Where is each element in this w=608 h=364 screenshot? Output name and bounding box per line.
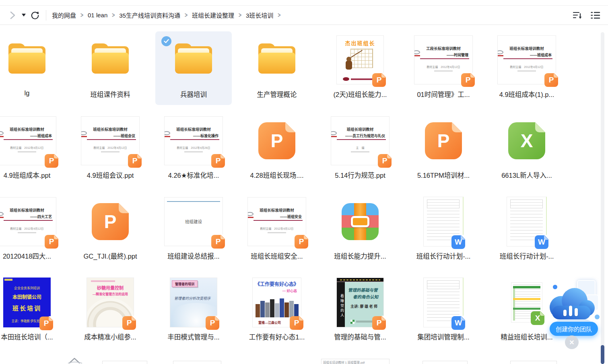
file-name-label: 01时间管理》工... [405,89,482,99]
file-tile[interactable]: X6613L新人导入... [488,112,565,186]
breadcrumb-item[interactable]: 3班长培训 [246,11,273,19]
breadcrumb-separator: > [278,11,280,19]
file-name-label: 兵器培训 [155,89,232,99]
file-thumbnail: W [423,197,464,247]
ppt-file-icon: P [92,203,129,240]
file-thumbnail: 班组长标准培训教材 ——班组安全 教材主编 2012年4月12日 P [247,197,306,246]
thumb-line: 班长培训 [3,304,51,312]
file-tile[interactable]: 《工作要有好心态》 — 好心态 富维—江森公司P工作要有好心态1... [239,274,315,348]
thumb-subtitle: ——班组成本 [498,52,556,58]
file-name-label: 成本精准小组参... [72,332,148,341]
file-thumbnail: 看睡觉的人 管理的基础与管 者的角色认知 主讲: 廖 雄 老 师 P [336,278,384,327]
file-tile[interactable]: 班组长标准培训教材 ——班组安全 教材主编 2012年4月12日 P班组长班组安… [239,193,315,267]
file-name-label: 工作要有好心态1... [239,332,315,341]
thumbnail-partial [102,361,147,364]
folder-tile[interactable]: 班组课件资料 [72,31,148,105]
folder-tile[interactable]: lg [0,31,65,105]
folder-tile[interactable]: 生产管理概论 [239,31,315,105]
file-tile[interactable]: 工段长标准培训教材 ——时间管理 教材主编 2012年4月12日 P01时间管理… [405,31,482,105]
file-name-label: 班组建设总结报... [155,251,232,261]
file-name-label: 班组长能力提升... [322,251,398,261]
file-name-label: 班组长行动计划-... [488,251,565,261]
file-thumbnail: 班组长培训教材 ——员工行为规范与礼仪 主 编 P [331,116,390,165]
thumb-subtitle: ——标准化操作 [165,133,223,138]
file-tile[interactable]: 管理者的培训 管理者的分析改变程序P丰田模式管理与... [155,274,232,348]
thumb-subtitle: ——班组会议 [81,133,139,138]
file-tile[interactable]: P4.28班组长现场.... [239,112,315,186]
file-tile[interactable]: 班组长标准培训教材 ——标准化操作 教材主编 2012年4月26日 P4.26★… [155,112,232,186]
file-tile[interactable]: W班组长行动计划-... [405,193,482,267]
file-thumbnail: 工段长标准培训教材 ——时间管理 教材主编 2012年4月12日 P [414,35,473,84]
promo-close-button[interactable]: ✕ [565,335,579,349]
file-thumbnail: 班组长标准培训教材 ——标准化操作 教材主编 2012年4月26日 P [164,116,223,165]
logo-emblem-partial [68,358,84,364]
file-thumbnail: 班组长标准培训教材 ——班组成本 教材主编 2012年4月12日 P [497,35,556,84]
window-top-strip [0,0,608,6]
file-tile[interactable]: 班组长培训教材 ——员工行为规范与礼仪 主 编 P5.14行为规范.ppt [322,112,398,186]
ppt-badge-icon: P [378,154,392,168]
rar-file-icon [342,203,379,240]
file-name-label: 4.28班组长现场.... [239,170,315,180]
create-team-button[interactable]: 创建你的团队 [550,322,598,336]
file-tile[interactable]: P5.16TPM培训材... [405,112,482,186]
file-tile[interactable]: W集团培训管理制... [405,274,482,348]
file-name-label: lg [0,89,65,97]
file-name-label: 4.9班组成本(1).p... [488,89,565,99]
file-name-label: 管理的基础与管... [322,332,398,341]
thumb-line: 企业业务系列培训 [3,286,51,290]
file-tile[interactable]: PGC_TJI.(最終).ppt [72,193,148,267]
file-tile[interactable]: 砂糖用量控制 —精准化管理方法的运用P成本精准小组参... [72,274,148,348]
file-tile[interactable]: 班组长标准培训教材 ——班组成本 教材主编 2012年4月12日 P4.9班组成… [0,112,65,186]
ppt-file-icon: P [258,122,295,159]
excel-badge-icon: X [531,311,544,325]
sort-button[interactable] [573,10,583,21]
file-name-label: 5.16TPM培训材... [405,170,482,180]
file-tile[interactable]: 看睡觉的人 管理的基础与管 者的角色认知 主讲: 廖 雄 老 师 P管理的基础与… [322,274,398,348]
breadcrumb-item[interactable]: 01 lean [88,12,107,19]
thumb-title: 班组长标准培训教材 [81,126,139,132]
file-tile[interactable]: 杰出班组长 P(2天)班组长能力... [322,31,398,105]
ppt-badge-icon: P [122,316,136,330]
file-thumbnail: 班组长标准培训教材 ——四大工艺 教材主编 2012年4月12日 P [0,197,56,246]
breadcrumb-item[interactable]: 我的网盘 [52,11,76,19]
file-tile[interactable]: 班组长标准培训教材 ——班组成本 教材主编 2012年4月12日 P4.9班组成… [488,31,565,105]
ppt-badge-icon: P [128,154,142,168]
history-dropdown-button[interactable] [20,10,27,21]
thumb-title: 杰出班组长 [337,39,383,47]
ppt-badge-icon: P [211,154,225,168]
thumb-subtitle: ——班组成本 [0,133,56,138]
file-tile[interactable]: 班组长标准培训教材 ——四大工艺 教材主编 2012年4月12日 P201204… [0,193,65,267]
file-thumbnail: 班组长标准培训教材 ——班组成本 教材主编 2012年4月12日 P [0,116,56,165]
breadcrumb-item[interactable]: 35生产线培训资料沟通 [119,11,180,19]
file-thumbnail: 砂糖用量控制 —精准化管理方法的运用P [87,278,134,327]
ppt-badge-icon: P [290,316,303,330]
thumb-meta: 教材主编 2012年4月12日 [414,65,472,69]
thumb-tag: 管理者的培训 [172,280,198,287]
file-tile[interactable]: 班组长能力提升... [322,193,398,267]
file-thumbnail: 杰出班组长 P [336,35,384,84]
breadcrumb-separator: > [239,11,241,19]
selected-check-icon[interactable] [161,36,171,46]
thumb-title: 班组长标准培训教材 [248,207,306,213]
folder-tile[interactable]: 兵器培训 [155,31,232,105]
thumbnail-partial [173,361,221,364]
breadcrumb-item[interactable]: 班组长建设整理 [192,11,234,19]
file-tile[interactable]: 班组建设P班组建设总结报... [155,193,232,267]
file-name-label: 4.9班组成本.ppt [0,170,65,180]
ppt-badge-icon: P [295,235,308,249]
thumb-title: 工段长标准培训教材 [414,45,472,51]
thumb-subtitle: ——时间管理 [414,52,472,58]
view-toggle-button[interactable] [590,10,601,21]
thumb-subtitle: ——班组安全 [248,214,306,219]
thumb-footer: 富维—江森公司 [258,320,281,325]
file-tile[interactable]: 班组长标准培训教材 ——班组会议 教材主编 2012年4月12日 P4.9班组会… [72,112,148,186]
file-thumbnail: 企业业务系列培训 本田制锁公司 班长培训 主讲：李政颜 伊东克美P [3,278,51,327]
refresh-button[interactable] [30,10,40,21]
breadcrumb-separator: > [80,11,83,19]
thumb-meta: 教材主编 2012年4月12日 [81,146,139,150]
file-name-label: 生产管理概论 [239,89,315,99]
file-tile[interactable]: 企业业务系列培训 本田制锁公司 班长培训 主讲：李政颜 伊东克美P本田班长培训（… [0,274,65,348]
thumb-title: 班组长培训教材 [331,126,389,132]
file-tile[interactable]: W班组长行动计划-... [488,193,565,267]
forward-button[interactable] [7,10,18,21]
